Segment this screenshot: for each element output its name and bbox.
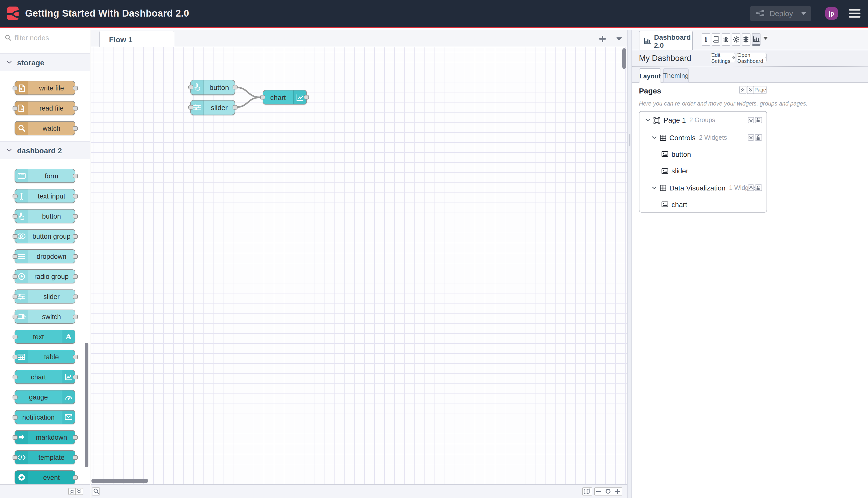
input-port[interactable] bbox=[12, 86, 17, 90]
tree-row-button[interactable]: button bbox=[639, 146, 766, 163]
sidebar-button-gear[interactable] bbox=[732, 33, 740, 46]
output-port[interactable] bbox=[72, 234, 78, 238]
output-port[interactable] bbox=[232, 85, 237, 90]
input-port[interactable] bbox=[12, 455, 17, 460]
node-form[interactable]: form bbox=[15, 169, 75, 183]
input-port[interactable] bbox=[12, 294, 17, 299]
search-flows-button[interactable] bbox=[92, 487, 100, 495]
output-port[interactable] bbox=[72, 475, 78, 480]
open-dashboard-button[interactable]: Open Dashboard bbox=[737, 53, 766, 62]
node-gauge[interactable]: gauge bbox=[15, 390, 75, 404]
tab-dashboard-2[interactable]: Dashboard 2.0 bbox=[639, 31, 693, 51]
output-port[interactable] bbox=[72, 294, 78, 299]
node-watch[interactable]: watch bbox=[15, 121, 75, 135]
deploy-caret-icon[interactable] bbox=[801, 12, 806, 15]
node-switch[interactable]: switch bbox=[15, 310, 75, 324]
node-write-file[interactable]: write file bbox=[15, 81, 75, 95]
input-port[interactable] bbox=[12, 194, 17, 198]
tree-row-slider[interactable]: slider bbox=[639, 162, 766, 180]
move-up-button[interactable] bbox=[739, 86, 746, 94]
output-port[interactable] bbox=[232, 105, 237, 109]
node-markdown[interactable]: markdown bbox=[15, 430, 75, 444]
tab-layout[interactable]: Layout bbox=[639, 68, 661, 83]
input-port[interactable] bbox=[12, 435, 17, 440]
palette-category-dashboard-2[interactable]: dashboard 2 bbox=[0, 141, 90, 159]
node-template[interactable]: template bbox=[15, 450, 75, 464]
input-port[interactable] bbox=[12, 415, 17, 419]
zoom-out-button[interactable] bbox=[594, 487, 603, 496]
wire[interactable] bbox=[236, 87, 260, 97]
node-read-file[interactable]: read file bbox=[15, 101, 75, 115]
visibility-eye-button[interactable] bbox=[748, 117, 754, 123]
visibility-eye-button[interactable] bbox=[748, 134, 754, 141]
input-port[interactable] bbox=[12, 314, 17, 319]
input-port[interactable] bbox=[188, 105, 193, 109]
minimap-button[interactable] bbox=[582, 487, 592, 496]
input-port[interactable] bbox=[12, 355, 17, 359]
output-port[interactable] bbox=[72, 375, 78, 379]
node-button-group[interactable]: button group bbox=[15, 229, 75, 243]
lock-button[interactable] bbox=[755, 117, 762, 123]
output-port[interactable] bbox=[304, 95, 309, 100]
chevron-down-icon[interactable] bbox=[652, 186, 656, 189]
input-port[interactable] bbox=[12, 234, 17, 238]
flow-workspace[interactable]: buttonsliderchart bbox=[91, 47, 627, 484]
edit-settings-button[interactable]: Edit Settings bbox=[711, 53, 735, 62]
input-port[interactable] bbox=[12, 375, 17, 379]
output-port[interactable] bbox=[72, 314, 78, 319]
output-port[interactable] bbox=[72, 106, 78, 110]
sidebar-button-bug[interactable] bbox=[722, 33, 730, 46]
avatar[interactable]: jp bbox=[825, 7, 838, 19]
output-port[interactable] bbox=[72, 455, 78, 460]
expand-all-categories-button[interactable] bbox=[76, 488, 83, 495]
node-table[interactable]: table bbox=[15, 350, 75, 364]
flow-tab[interactable]: Flow 1 bbox=[99, 31, 174, 47]
output-port[interactable] bbox=[72, 174, 78, 178]
node-chart[interactable]: chart bbox=[15, 370, 75, 384]
output-port[interactable] bbox=[72, 355, 78, 359]
palette-scrollbar[interactable] bbox=[85, 343, 89, 467]
node-event[interactable]: event bbox=[15, 470, 75, 484]
input-port[interactable] bbox=[12, 254, 17, 259]
add-page-button[interactable]: Page bbox=[753, 86, 766, 94]
node-slider[interactable]: slider bbox=[15, 289, 75, 303]
input-port[interactable] bbox=[260, 95, 265, 100]
collapse-all-categories-button[interactable] bbox=[68, 488, 76, 495]
chevron-down-icon[interactable] bbox=[652, 136, 656, 139]
node-button[interactable]: button bbox=[190, 80, 235, 95]
input-port[interactable] bbox=[12, 274, 17, 279]
tab-theming[interactable]: Theming bbox=[663, 68, 689, 83]
output-port[interactable] bbox=[72, 86, 78, 90]
input-port[interactable] bbox=[12, 335, 17, 339]
input-port[interactable] bbox=[188, 85, 193, 90]
node-radio-group[interactable]: radio group bbox=[15, 270, 75, 284]
canvas-vertical-scrollbar[interactable] bbox=[622, 48, 626, 69]
sidebar-resize-divider[interactable] bbox=[627, 30, 632, 498]
tree-row-data-visualization[interactable]: Data Visualization1 Widgets bbox=[639, 180, 766, 196]
output-port[interactable] bbox=[72, 435, 78, 440]
tree-row-page-1[interactable]: Page 12 Groups bbox=[639, 112, 766, 129]
node-dropdown[interactable]: dropdown bbox=[15, 249, 75, 263]
output-port[interactable] bbox=[72, 274, 78, 279]
node-text-input[interactable]: text input bbox=[15, 189, 75, 203]
flow-list-caret-icon[interactable] bbox=[614, 33, 623, 44]
zoom-reset-button[interactable] bbox=[603, 487, 613, 496]
tree-row-chart[interactable]: chart bbox=[639, 196, 766, 212]
chevron-down-icon[interactable] bbox=[645, 119, 650, 122]
main-menu-icon[interactable] bbox=[849, 9, 860, 17]
input-port[interactable] bbox=[12, 395, 17, 399]
lock-button[interactable] bbox=[755, 134, 762, 141]
input-port[interactable] bbox=[12, 214, 17, 218]
output-port[interactable] bbox=[72, 126, 78, 130]
node-notification[interactable]: notification bbox=[15, 410, 75, 424]
input-port[interactable] bbox=[12, 106, 17, 110]
output-port[interactable] bbox=[72, 214, 78, 218]
output-port[interactable] bbox=[72, 254, 78, 259]
zoom-in-button[interactable] bbox=[613, 487, 622, 496]
wire[interactable] bbox=[236, 97, 260, 107]
node-button[interactable]: button bbox=[15, 209, 75, 223]
sidebar-tabs-caret-icon[interactable] bbox=[763, 37, 768, 40]
visibility-eye-button[interactable] bbox=[748, 185, 754, 191]
output-port[interactable] bbox=[72, 194, 78, 198]
node-text[interactable]: Atext bbox=[15, 330, 75, 344]
